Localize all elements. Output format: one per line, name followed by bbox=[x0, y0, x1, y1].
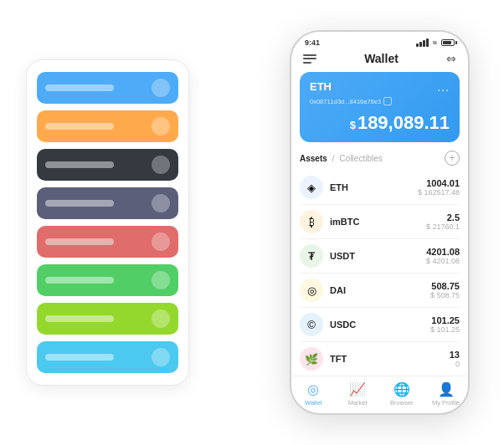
status-bar: 9:41 ≈ bbox=[291, 32, 468, 47]
card-icon bbox=[152, 117, 170, 136]
card-icon bbox=[152, 233, 170, 251]
assets-tabs: Assets / Collectibles bbox=[300, 154, 383, 163]
card-icon bbox=[152, 348, 170, 366]
menu-icon[interactable] bbox=[303, 54, 316, 64]
signal-icon bbox=[416, 38, 429, 47]
phone-mockup: 9:41 ≈ Wallet ⇔ bbox=[290, 30, 470, 415]
card-icon bbox=[152, 271, 170, 289]
card-line bbox=[45, 238, 114, 245]
eth-card-header: ETH ... bbox=[310, 80, 450, 94]
card-icon bbox=[152, 194, 170, 212]
eth-menu-icon[interactable]: ... bbox=[437, 80, 450, 94]
card-purple[interactable] bbox=[37, 187, 178, 219]
card-dark[interactable] bbox=[37, 149, 178, 181]
scene: 9:41 ≈ Wallet ⇔ bbox=[9, 9, 495, 436]
nav-item-market[interactable]: 📈 Market bbox=[336, 381, 380, 407]
nav-label-profile: My Profile bbox=[432, 399, 460, 407]
nav-label-market: Market bbox=[348, 399, 368, 407]
card-line bbox=[45, 277, 114, 284]
add-asset-button[interactable]: + bbox=[445, 151, 460, 166]
asset-item-usdc[interactable]: © USDC 101.25 $ 101.25 bbox=[300, 308, 460, 342]
asset-logo-imbtc: ₿ bbox=[300, 210, 323, 233]
nav-item-wallet[interactable]: ◎ Wallet bbox=[291, 381, 336, 407]
card-red[interactable] bbox=[37, 226, 178, 258]
card-line bbox=[45, 161, 114, 168]
card-stack bbox=[26, 59, 189, 386]
tab-assets[interactable]: Assets bbox=[300, 154, 327, 163]
phone-content: ETH ... 0x08711d3d...8416a78e3 $189,089.… bbox=[291, 72, 468, 376]
copy-icon[interactable] bbox=[383, 97, 392, 105]
eth-card[interactable]: ETH ... 0x08711d3d...8416a78e3 $189,089.… bbox=[300, 72, 460, 142]
browser-nav-icon: 🌐 bbox=[393, 381, 410, 397]
asset-name-tft: TFT bbox=[330, 354, 450, 364]
eth-ticker: ETH bbox=[310, 80, 332, 93]
asset-name-eth: ETH bbox=[330, 182, 418, 192]
profile-nav-icon: 👤 bbox=[438, 381, 455, 397]
asset-values-dai: 508.75 $ 508.75 bbox=[430, 281, 460, 299]
card-line bbox=[45, 354, 114, 361]
assets-header: Assets / Collectibles + bbox=[300, 151, 460, 166]
asset-logo-usdc: © bbox=[300, 313, 323, 336]
card-line bbox=[45, 315, 114, 322]
asset-item-dai[interactable]: ◎ DAI 508.75 $ 508.75 bbox=[300, 274, 460, 308]
status-icons: ≈ bbox=[416, 38, 455, 47]
nav-item-profile[interactable]: 👤 My Profile bbox=[424, 381, 468, 407]
asset-item-usdt[interactable]: ₮ USDT 4201.08 $ 4201.08 bbox=[300, 239, 460, 274]
tab-collectibles[interactable]: Collectibles bbox=[340, 154, 383, 163]
card-icon bbox=[152, 156, 170, 174]
asset-item-eth[interactable]: ◈ ETH 1004.01 $ 162517.48 bbox=[300, 171, 460, 205]
asset-logo-tft: 🌿 bbox=[300, 347, 323, 371]
card-icon bbox=[152, 79, 170, 97]
card-light-blue[interactable] bbox=[37, 341, 178, 373]
card-green[interactable] bbox=[37, 264, 178, 296]
market-nav-icon: 📈 bbox=[349, 381, 366, 397]
asset-logo-dai: ◎ bbox=[300, 279, 323, 302]
asset-item-imbtc[interactable]: ₿ imBTC 2.5 $ 21760.1 bbox=[300, 205, 460, 239]
card-icon bbox=[152, 309, 170, 328]
nav-label-browser: Browser bbox=[390, 399, 414, 407]
page-title: Wallet bbox=[364, 52, 399, 65]
asset-logo-usdt: ₮ bbox=[300, 244, 323, 268]
eth-balance: $189,089.11 bbox=[310, 112, 450, 134]
battery-icon bbox=[441, 39, 455, 46]
bottom-nav: ◎ Wallet 📈 Market 🌐 Browser 👤 My Profile bbox=[291, 376, 468, 413]
asset-name-usdc: USDC bbox=[330, 320, 430, 330]
asset-name-usdt: USDT bbox=[330, 251, 426, 261]
card-blue[interactable] bbox=[37, 72, 178, 104]
card-line bbox=[45, 200, 114, 207]
asset-values-tft: 13 0 bbox=[450, 350, 460, 368]
card-line bbox=[45, 84, 114, 91]
status-time: 9:41 bbox=[305, 38, 320, 47]
wallet-nav-icon: ◎ bbox=[307, 381, 319, 397]
nav-label-wallet: Wallet bbox=[305, 399, 322, 407]
asset-name-imbtc: imBTC bbox=[330, 217, 426, 227]
asset-item-tft[interactable]: 🌿 TFT 13 0 bbox=[300, 342, 460, 376]
card-line bbox=[45, 123, 114, 130]
eth-address: 0x08711d3d...8416a78e3 bbox=[310, 97, 450, 105]
asset-logo-eth: ◈ bbox=[300, 176, 323, 199]
asset-values-eth: 1004.01 $ 162517.48 bbox=[418, 178, 460, 197]
asset-values-imbtc: 2.5 $ 21760.1 bbox=[426, 212, 460, 231]
asset-list: ◈ ETH 1004.01 $ 162517.48 ₿ imBTC 2.5 $ … bbox=[300, 171, 460, 376]
card-orange[interactable] bbox=[37, 110, 178, 142]
wifi-icon: ≈ bbox=[433, 38, 437, 47]
asset-name-dai: DAI bbox=[330, 285, 430, 295]
card-light-green[interactable] bbox=[37, 303, 178, 335]
tab-divider: / bbox=[332, 154, 335, 163]
expand-icon[interactable]: ⇔ bbox=[446, 52, 456, 65]
asset-values-usdt: 4201.08 $ 4201.08 bbox=[426, 247, 460, 265]
asset-values-usdc: 101.25 $ 101.25 bbox=[430, 315, 460, 334]
phone-header: Wallet ⇔ bbox=[291, 47, 468, 72]
nav-item-browser[interactable]: 🌐 Browser bbox=[380, 381, 424, 407]
